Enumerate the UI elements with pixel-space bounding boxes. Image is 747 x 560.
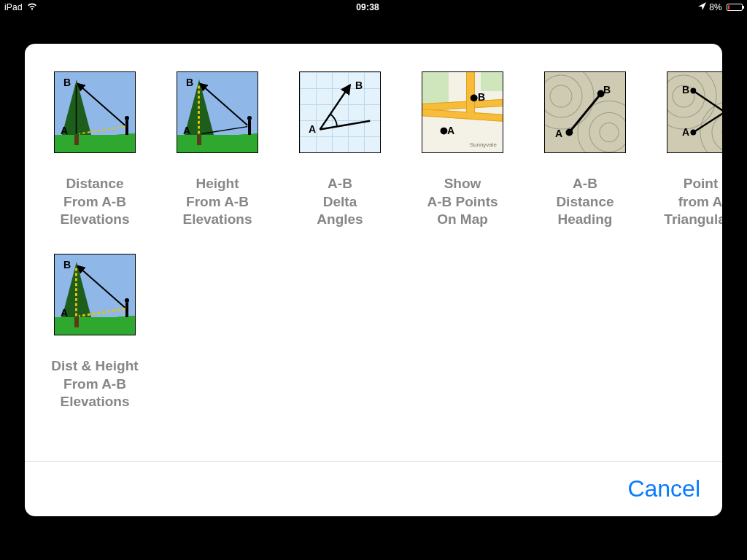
option-label: Point C from A-B Triangulation xyxy=(664,175,722,229)
map-city-label: Sunnyvale xyxy=(470,141,497,148)
action-sheet: A B Distance From A-B Elevations A xyxy=(25,44,722,516)
option-thumb: A B Sunnyvale xyxy=(422,71,503,153)
clock: 09:38 xyxy=(37,2,698,12)
option-thumb: A B C xyxy=(667,71,722,153)
option-thumb: A B xyxy=(177,71,258,153)
svg-line-3 xyxy=(200,84,247,125)
option-ab-delta-angles[interactable]: A B A-B Delta Angles xyxy=(289,71,391,229)
option-label: A-B Delta Angles xyxy=(317,175,363,229)
cancel-bar: Cancel xyxy=(25,461,722,516)
svg-line-10 xyxy=(569,93,600,132)
option-point-c-triangulation[interactable]: A B C Point C from A-B Triangulation xyxy=(657,71,722,229)
option-label: Distance From A-B Elevations xyxy=(60,175,129,229)
option-show-ab-on-map[interactable]: A B Sunnyvale Show A-B Points On Map xyxy=(411,71,514,229)
option-ab-distance-heading[interactable]: A B A-B Distance Heading xyxy=(534,71,636,229)
svg-point-12 xyxy=(597,90,605,98)
option-thumb: A B xyxy=(299,71,381,153)
svg-line-18 xyxy=(77,266,125,308)
option-thumb: A B xyxy=(544,71,626,153)
option-height-ab-elevations[interactable]: A B Height From A-B Elevations xyxy=(166,71,268,229)
svg-point-8 xyxy=(441,128,448,135)
option-dist-and-height-ab-elevations[interactable]: A B Dist & Height From A-B Elevations xyxy=(44,254,146,411)
option-label: Dist & Height From A-B Elevations xyxy=(51,357,138,411)
option-label: A-B Distance Heading xyxy=(556,175,614,229)
battery-percent: 8% xyxy=(709,2,722,12)
svg-line-1 xyxy=(79,127,125,134)
svg-line-20 xyxy=(79,309,125,316)
svg-line-5 xyxy=(201,127,247,134)
option-thumb: A B xyxy=(54,254,136,335)
device-label: iPad xyxy=(4,2,23,12)
svg-point-11 xyxy=(565,129,573,136)
svg-line-6 xyxy=(320,85,350,130)
svg-line-7 xyxy=(320,121,371,130)
wifi-icon xyxy=(27,2,37,13)
status-bar: iPad 09:38 8% xyxy=(0,0,747,15)
svg-line-16 xyxy=(693,101,722,132)
battery-icon xyxy=(727,4,743,11)
option-distance-ab-elevations[interactable]: A B Distance From A-B Elevations xyxy=(44,71,146,229)
svg-line-17 xyxy=(693,91,722,124)
option-label: Height From A-B Elevations xyxy=(182,175,252,229)
option-label: Show A-B Points On Map xyxy=(427,175,498,229)
svg-line-0 xyxy=(77,84,125,125)
option-thumb: A B xyxy=(54,71,136,153)
svg-point-9 xyxy=(471,94,478,101)
option-grid: A B Distance From A-B Elevations A xyxy=(44,71,703,411)
cancel-button[interactable]: Cancel xyxy=(627,475,700,502)
location-icon xyxy=(698,2,706,12)
